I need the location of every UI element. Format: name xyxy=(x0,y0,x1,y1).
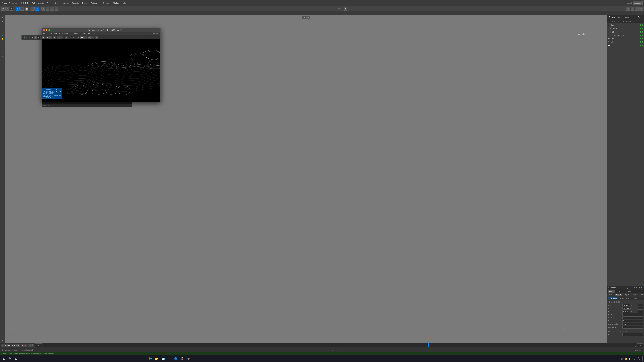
render-active-btn[interactable]: ⚙ xyxy=(16,7,20,10)
lv-img-btn1[interactable]: ⬜ xyxy=(80,36,84,39)
tool-select[interactable]: ↖ xyxy=(0,15,4,19)
quat-field[interactable] xyxy=(622,326,643,329)
menu-simulate[interactable]: Simulate xyxy=(70,2,80,4)
tl-record-btn[interactable]: ● xyxy=(24,344,27,347)
tool-move[interactable]: ✛ xyxy=(0,19,4,23)
obj-header-menu1[interactable]: File xyxy=(608,20,610,22)
redo-btn[interactable]: ↪ xyxy=(5,7,9,10)
camera-dropdown[interactable]: ▾ xyxy=(344,7,347,10)
attr-search-btn[interactable]: 🔍 xyxy=(641,287,643,289)
layout-btn2[interactable]: ⊠ xyxy=(630,7,634,10)
frame-end-display[interactable]: 250 xyxy=(636,344,643,347)
resolution-display[interactable]: S4 xyxy=(77,36,80,39)
poly-mode-btn[interactable]: □ xyxy=(54,7,58,10)
lv-settings-btn[interactable]: ⚙ xyxy=(65,36,68,39)
menu-help[interactable]: Help xyxy=(121,2,127,4)
obj-item-camera1[interactable]: 📷 Camera xyxy=(607,23,644,27)
layout-btn3[interactable]: ⊟ xyxy=(635,7,639,10)
attr-subtab-physics[interactable]: Physics xyxy=(625,298,632,300)
timeline-ruler[interactable] xyxy=(42,343,636,347)
tray-icon3[interactable]: 🔋 xyxy=(628,358,631,360)
tool-point[interactable]: · xyxy=(0,47,4,51)
tl-prev-key-btn[interactable]: ⏮ xyxy=(1,344,4,347)
tool-poly[interactable]: □ xyxy=(0,55,4,59)
taskbar-app1-icon[interactable]: 📧 xyxy=(160,356,166,362)
sx-field[interactable]: 1 xyxy=(638,304,643,306)
taskbar-spotify-icon[interactable]: ♫ xyxy=(167,356,172,362)
lv-img-btn4[interactable]: ⊞ xyxy=(91,36,94,39)
point-mode-btn[interactable]: · xyxy=(46,7,50,10)
obj-item-connect[interactable]: ⊕ Connect xyxy=(607,27,644,30)
attr-lock-btn[interactable]: 🔒 xyxy=(638,287,640,289)
menu-scene2[interactable]: Scene xyxy=(62,2,70,4)
lv-menu-cameras[interactable]: Cameras xyxy=(70,32,79,35)
tool-camera[interactable]: 📷 xyxy=(0,33,4,37)
px-field[interactable]: 449.1644 xyxy=(622,304,630,306)
obj-item-camera2[interactable]: 📷 Camera xyxy=(607,37,644,40)
attr-header-userdata[interactable]: User Data xyxy=(622,290,632,293)
viewport[interactable]: Camera Grid Spacing: 100 cm View Transfo… xyxy=(5,15,607,343)
live-viewer-window[interactable]: Live Viewer Studio 2021.1-6-85 (37 days … xyxy=(42,28,161,102)
pz-field[interactable]: 2702.478 xyxy=(622,310,630,313)
attr-subtab-object[interactable]: Object xyxy=(618,298,625,300)
attr-tab-project[interactable]: Project xyxy=(630,294,638,296)
attr-header-mode[interactable]: Mode xyxy=(608,290,615,293)
lv-menu-options[interactable]: Options xyxy=(79,32,86,35)
tl-next-frame-btn[interactable]: ▶ xyxy=(18,344,20,347)
sz-field[interactable]: 1 xyxy=(638,310,643,313)
obj-header-menu4[interactable]: Tag xyxy=(621,20,624,22)
frame-counter[interactable]: 1641 xyxy=(35,344,42,347)
render-mode-display[interactable]: HDRUGE xyxy=(69,36,76,39)
tab-objects[interactable]: Objects xyxy=(608,16,616,18)
lv-stop-btn[interactable]: ■ xyxy=(46,36,49,39)
lv-menu-objects[interactable]: Objects xyxy=(54,32,61,35)
lv-circle-btn[interactable]: ○ xyxy=(56,36,60,39)
window-minimize-btn[interactable] xyxy=(46,29,48,31)
tl-next-key-btn[interactable]: ⏭ xyxy=(21,344,24,347)
grid-btn[interactable]: ⊟ xyxy=(35,7,39,10)
menu-edit[interactable]: Edit xyxy=(31,2,36,4)
tb-btn3[interactable]: ○ xyxy=(28,36,31,39)
taskbar-edge-icon[interactable]: 🌐 xyxy=(148,356,153,362)
task-view-button[interactable]: ⊡ xyxy=(14,356,19,362)
edge-mode-btn[interactable]: / xyxy=(50,7,54,10)
attr-next-btn[interactable]: ▶ xyxy=(636,287,638,289)
attr-subtab-coords[interactable]: Coordinates xyxy=(608,298,618,300)
tool-scale[interactable]: ⤢ xyxy=(0,27,4,31)
menu-extensions[interactable]: Extensions xyxy=(90,2,101,4)
camera-btn[interactable]: 🎥 xyxy=(20,7,24,10)
attr-tab-details[interactable]: Details xyxy=(639,294,644,296)
layout-btn4[interactable]: ⊞ xyxy=(639,7,643,10)
window-close-btn[interactable] xyxy=(43,29,45,31)
lv-menu-help[interactable]: Help xyxy=(87,32,92,35)
lv-img-btn3[interactable]: ▨ xyxy=(88,36,90,39)
new-scene-button[interactable]: New Scene xyxy=(632,1,643,5)
window-maximize-btn[interactable] xyxy=(48,29,50,31)
snap-btn[interactable]: ⊞ xyxy=(31,7,34,10)
objects-search-icon[interactable]: 🔍 xyxy=(638,16,640,18)
tl-play-btn[interactable]: ▶ xyxy=(11,344,14,347)
attr-tab-basic[interactable]: Basic xyxy=(608,294,615,296)
tab-scene[interactable]: Scene xyxy=(617,16,623,18)
rz-field[interactable]: 0 xyxy=(622,320,643,322)
freeze-px-field[interactable]: 0 xyxy=(622,333,643,336)
obj-header-menu3[interactable]: Object xyxy=(616,20,620,22)
menu-tracker[interactable]: Tracker xyxy=(81,2,89,4)
tl-play-fwd-btn[interactable]: ▶▶ xyxy=(14,344,17,347)
tb-btn2[interactable]: ■ xyxy=(25,36,28,39)
lv-img-btn2[interactable]: ⬛ xyxy=(84,36,87,39)
tool-rotate[interactable]: ↻ xyxy=(0,23,4,27)
obj-item-cloner[interactable]: ⊞ Cloner xyxy=(607,30,644,33)
menu-object[interactable]: Object xyxy=(54,2,62,4)
tab-layer[interactable]: Layer xyxy=(624,16,630,18)
tb-btn4[interactable]: ⬤ xyxy=(31,36,34,39)
start-button[interactable]: ⊞ xyxy=(1,356,7,362)
objects-settings-icon[interactable]: ⚙ xyxy=(641,16,643,18)
lv-menu-file[interactable]: File xyxy=(42,32,47,35)
tool-edge[interactable]: / xyxy=(0,51,4,55)
attr-prev-btn[interactable]: ◀ xyxy=(634,287,636,289)
tool-light[interactable]: 💡 xyxy=(0,37,4,41)
obj-header-menu5[interactable]: Bookmarks xyxy=(625,20,632,22)
tool-settings[interactable]: ⚙ xyxy=(0,338,4,342)
tl-play-rev-btn[interactable]: ◀◀ xyxy=(8,344,10,347)
